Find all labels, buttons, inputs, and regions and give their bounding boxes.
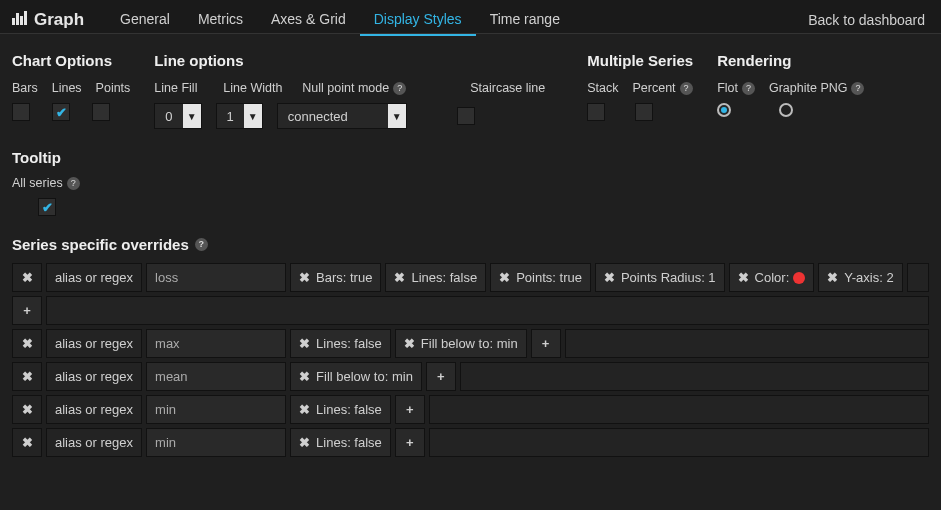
override-tag[interactable]: ✖Lines: false: [290, 395, 391, 424]
help-icon[interactable]: ?: [742, 82, 755, 95]
alias-label: alias or regex: [46, 428, 142, 457]
remove-tag-icon[interactable]: ✖: [499, 270, 510, 285]
override-tag[interactable]: ✖Lines: false: [290, 329, 391, 358]
override-add-row: +: [12, 296, 929, 325]
override-tag[interactable]: ✖Lines: false: [385, 263, 486, 292]
alias-label: alias or regex: [46, 395, 142, 424]
remove-override-button[interactable]: ✖: [12, 428, 42, 457]
tab-general[interactable]: General: [106, 4, 184, 36]
remove-tag-icon[interactable]: ✖: [827, 270, 838, 285]
add-override-tag-button[interactable]: +: [395, 428, 425, 457]
override-tag[interactable]: ✖Color:: [729, 263, 815, 292]
checkbox-points[interactable]: [92, 103, 110, 121]
row-filler: [907, 263, 929, 292]
multiple-series-group: Multiple Series Stack Percent?: [587, 52, 693, 129]
alias-input[interactable]: [155, 369, 277, 384]
override-tag[interactable]: ✖Lines: false: [290, 428, 391, 457]
remove-tag-icon[interactable]: ✖: [299, 402, 310, 417]
remove-tag-icon[interactable]: ✖: [299, 369, 310, 384]
row-filler: [460, 362, 929, 391]
remove-override-button[interactable]: ✖: [12, 395, 42, 424]
alias-input-cell: [146, 428, 286, 457]
add-override-tag-button[interactable]: +: [426, 362, 456, 391]
chart-options-group: Chart Options Bars Lines Points: [12, 52, 130, 129]
remove-tag-icon[interactable]: ✖: [299, 270, 310, 285]
override-tag[interactable]: ✖Fill below to: min: [395, 329, 527, 358]
checkbox-bars[interactable]: [12, 103, 30, 121]
remove-override-button[interactable]: ✖: [12, 329, 42, 358]
line-options-group: Line options Line Fill Line Width Null p…: [154, 52, 545, 129]
checkbox-all-series[interactable]: [38, 198, 56, 216]
override-tag[interactable]: ✖Points Radius: 1: [595, 263, 725, 292]
chevron-down-icon[interactable]: ▼: [388, 104, 406, 128]
help-icon[interactable]: ?: [195, 238, 208, 251]
remove-tag-icon[interactable]: ✖: [738, 270, 749, 285]
label-stack: Stack: [587, 81, 618, 95]
checkbox-staircase[interactable]: [457, 107, 475, 125]
help-icon[interactable]: ?: [851, 82, 864, 95]
help-icon[interactable]: ?: [393, 82, 406, 95]
add-override-tag-button[interactable]: +: [395, 395, 425, 424]
alias-input-cell: [146, 263, 286, 292]
select-line-fill[interactable]: 0 ▼: [154, 103, 201, 129]
overrides-list: ✖alias or regex✖Bars: true✖Lines: false✖…: [12, 263, 929, 461]
override-tag[interactable]: ✖Fill below to: min: [290, 362, 422, 391]
label-bars: Bars: [12, 81, 38, 95]
alias-input[interactable]: [155, 402, 277, 417]
label-percent: Percent?: [633, 81, 693, 95]
chevron-down-icon[interactable]: ▼: [183, 104, 201, 128]
tab-axes-grid[interactable]: Axes & Grid: [257, 4, 360, 36]
override-tag[interactable]: ✖Bars: true: [290, 263, 381, 292]
overrides-heading: Series specific overrides ?: [12, 236, 929, 253]
chart-options-heading: Chart Options: [12, 52, 130, 69]
rendering-group: Rendering Flot? Graphite PNG?: [717, 52, 864, 129]
back-to-dashboard-link[interactable]: Back to dashboard: [804, 5, 929, 35]
label-line-width: Line Width: [223, 81, 288, 95]
line-options-heading: Line options: [154, 52, 545, 69]
label-all-series: All series?: [12, 176, 80, 190]
remove-tag-icon[interactable]: ✖: [299, 336, 310, 351]
color-swatch[interactable]: [793, 272, 805, 284]
override-tag[interactable]: ✖Y-axis: 2: [818, 263, 902, 292]
multiple-series-heading: Multiple Series: [587, 52, 693, 69]
checkbox-lines[interactable]: [52, 103, 70, 121]
alias-label: alias or regex: [46, 263, 142, 292]
radio-flot[interactable]: [717, 103, 731, 117]
alias-input-cell: [146, 362, 286, 391]
checkbox-stack[interactable]: [587, 103, 605, 121]
add-override-tag-button[interactable]: +: [12, 296, 42, 325]
override-row: ✖alias or regex✖Lines: false+: [12, 428, 929, 457]
label-staircase: Staircase line: [470, 81, 545, 95]
label-graphite: Graphite PNG?: [769, 81, 865, 95]
remove-override-button[interactable]: ✖: [12, 362, 42, 391]
checkbox-percent[interactable]: [635, 103, 653, 121]
radio-graphite[interactable]: [779, 103, 793, 117]
row-filler: [429, 395, 929, 424]
remove-tag-icon[interactable]: ✖: [404, 336, 415, 351]
alias-input[interactable]: [155, 270, 277, 285]
override-row: ✖alias or regex✖Lines: false✖Fill below …: [12, 329, 929, 358]
remove-tag-icon[interactable]: ✖: [299, 435, 310, 450]
remove-tag-icon[interactable]: ✖: [394, 270, 405, 285]
select-null-mode[interactable]: connected ▼: [277, 103, 407, 129]
remove-override-button[interactable]: ✖: [12, 263, 42, 292]
override-row: ✖alias or regex✖Lines: false+: [12, 395, 929, 424]
override-row: ✖alias or regex✖Bars: true✖Lines: false✖…: [12, 263, 929, 292]
help-icon[interactable]: ?: [680, 82, 693, 95]
help-icon[interactable]: ?: [67, 177, 80, 190]
tab-metrics[interactable]: Metrics: [184, 4, 257, 36]
alias-input[interactable]: [155, 336, 277, 351]
tab-display-styles[interactable]: Display Styles: [360, 4, 476, 36]
editor-tabs: Graph GeneralMetricsAxes & GridDisplay S…: [0, 0, 941, 34]
remove-tag-icon[interactable]: ✖: [604, 270, 615, 285]
row-filler: [46, 296, 929, 325]
alias-input[interactable]: [155, 435, 277, 450]
row-filler: [429, 428, 929, 457]
alias-input-cell: [146, 329, 286, 358]
add-override-tag-button[interactable]: +: [531, 329, 561, 358]
select-line-width[interactable]: 1 ▼: [216, 103, 263, 129]
bar-chart-icon: [12, 11, 27, 28]
tab-time-range[interactable]: Time range: [476, 4, 574, 36]
chevron-down-icon[interactable]: ▼: [244, 104, 262, 128]
override-tag[interactable]: ✖Points: true: [490, 263, 591, 292]
